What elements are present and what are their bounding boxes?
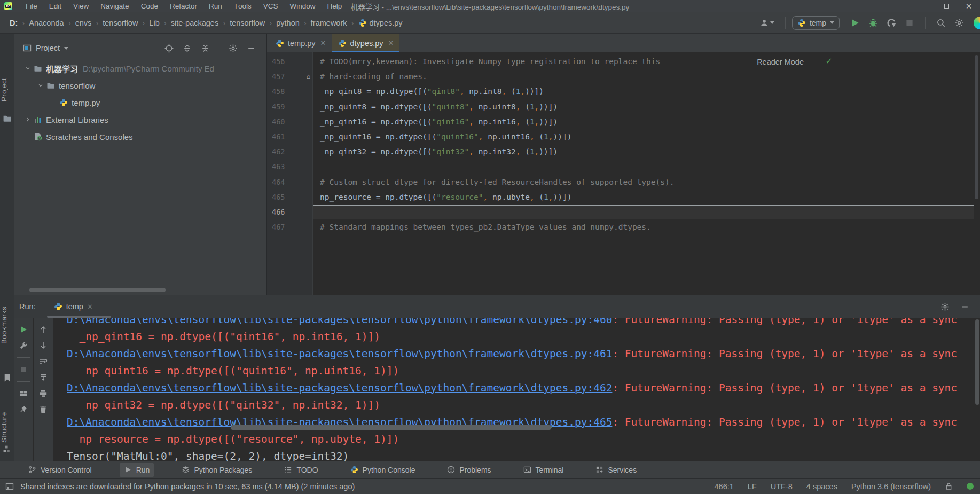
pin-icon[interactable] [19, 405, 28, 414]
tree-item-temp-py[interactable]: temp.py [14, 94, 266, 111]
console-vertical-scrollbar[interactable] [975, 319, 979, 405]
gutter-line-number[interactable]: 465 [267, 190, 313, 205]
gutter-line-number[interactable]: 458 [267, 84, 313, 99]
breadcrumb-item-tensorflow[interactable]: tensorflow [230, 19, 265, 27]
console-file-link[interactable]: D:\Anaconda\envs\tensorflow\lib\site-pac… [67, 382, 612, 394]
breadcrumb-item-site-packages[interactable]: site-packages [171, 19, 218, 27]
structure-icon[interactable] [3, 444, 12, 453]
hide-icon[interactable] [960, 302, 969, 311]
console-horizontal-scrollbar[interactable] [231, 425, 551, 430]
gutter-line-number[interactable]: 461 [267, 129, 313, 144]
run-configuration-select[interactable]: temp [792, 16, 840, 30]
layout-icon[interactable] [19, 389, 28, 398]
rerun-icon[interactable] [19, 325, 28, 334]
status-file-encoding[interactable]: UTF-8 [771, 482, 793, 491]
project-panel-title[interactable]: Project [36, 44, 60, 52]
editor-tab-temp-py[interactable]: temp.py✕ [270, 34, 332, 52]
menu-view[interactable]: View [67, 0, 95, 12]
editor-content[interactable]: 456# TODO(mrry,keveman): Investigate Num… [267, 54, 974, 234]
toolwindow-button-todo[interactable]: TODO [280, 463, 322, 477]
gutter-line-number[interactable]: 467 [267, 219, 313, 234]
gutter-line-number[interactable]: 460 [267, 114, 313, 129]
run-tab-temp[interactable]: temp ✕ [49, 295, 98, 318]
profile-badge-icon[interactable] [974, 17, 980, 29]
toolwindow-button-python-packages[interactable]: Python Packages [177, 463, 256, 477]
settings-icon[interactable] [19, 341, 28, 350]
toolwindow-button-python-console[interactable]: Python Console [346, 463, 420, 477]
menu-refactor[interactable]: Refactor [164, 0, 203, 12]
tree-chevron-right-icon[interactable] [22, 116, 34, 123]
project-tool-icon[interactable] [3, 114, 12, 123]
gutter-line-number[interactable]: 466 [267, 205, 313, 219]
toolwindow-button-services[interactable]: Services [591, 463, 641, 477]
inspection-ok-icon[interactable]: ✓ [826, 56, 833, 66]
menu-file[interactable]: File [20, 0, 43, 12]
run-button[interactable] [850, 18, 860, 28]
search-everywhere-button[interactable] [936, 18, 946, 28]
editor-tab-dtypes-py[interactable]: dtypes.py✕ [332, 34, 400, 52]
tree-chevron-down-icon[interactable] [22, 65, 34, 72]
settings-button[interactable] [954, 18, 964, 28]
gutter-line-number[interactable]: 457⌂ [267, 69, 313, 84]
breadcrumb-item-dtypes-py[interactable]: dtypes.py [358, 19, 403, 27]
menu-code[interactable]: Code [135, 0, 164, 12]
gutter-line-number[interactable]: 463 [267, 159, 313, 174]
collapse-all-icon[interactable] [201, 44, 210, 53]
console-file-link[interactable]: D:\Anaconda\envs\tensorflow\lib\site-pac… [67, 348, 612, 360]
tree-item-tensorflow[interactable]: tensorflow [14, 77, 266, 94]
gutter-line-number[interactable]: 462 [267, 144, 313, 159]
tree-item-external-libraries[interactable]: External Libraries [14, 111, 266, 128]
close-button[interactable]: ✕ [958, 0, 980, 12]
scroll-end-icon[interactable] [39, 373, 48, 382]
soft-wrap-icon[interactable] [39, 357, 48, 366]
project-horizontal-scrollbar[interactable] [29, 288, 166, 292]
chevron-down-icon[interactable] [64, 47, 68, 50]
fold-marker-icon[interactable]: ⌂ [307, 73, 310, 80]
expand-all-icon[interactable] [183, 44, 192, 53]
up-icon[interactable] [39, 325, 48, 334]
stop-icon[interactable] [19, 365, 28, 374]
status-python-interpreter[interactable]: Python 3.6 (tensorflow) [851, 482, 931, 491]
toolwindow-button-terminal[interactable]: Terminal [519, 463, 568, 477]
locate-icon[interactable] [164, 44, 174, 53]
reader-mode-label[interactable]: Reader Mode [757, 58, 804, 66]
console-file-link[interactable]: D:\Anaconda\envs\tensorflow\lib\site-pac… [67, 318, 612, 326]
clear-icon[interactable] [39, 405, 48, 414]
close-icon[interactable]: ✕ [320, 39, 326, 47]
status-indent-style[interactable]: 4 spaces [806, 482, 837, 491]
stripe-item-bookmarks[interactable]: Bookmarks [0, 291, 14, 360]
status-indicator-icon[interactable] [967, 483, 974, 490]
minimize-button[interactable] [913, 0, 935, 12]
breadcrumb-item-lib[interactable]: Lib [149, 19, 159, 27]
menu-run[interactable]: Run [203, 0, 228, 12]
breadcrumb-item-anaconda[interactable]: Anaconda [29, 19, 64, 27]
hide-icon[interactable] [247, 44, 256, 53]
debug-button[interactable] [868, 18, 878, 28]
menu-navigate[interactable]: Navigate [95, 0, 135, 12]
coverage-button[interactable] [887, 18, 896, 28]
tool-windows-icon[interactable] [5, 482, 14, 491]
toolwindow-button-problems[interactable]: Problems [443, 463, 495, 477]
down-icon[interactable] [39, 341, 48, 350]
tree-item-机器学习[interactable]: 机器学习D:\pycharm\PyCharm Community Ed [14, 60, 266, 77]
print-icon[interactable] [39, 389, 48, 398]
gutter-line-number[interactable]: 464 [267, 175, 313, 190]
run-console[interactable]: D:\Anaconda\envs\tensorflow\lib\site-pac… [53, 318, 980, 461]
tree-item-scratches-and-consoles[interactable]: Scratches and Consoles [14, 128, 266, 145]
gutter-line-number[interactable]: 459 [267, 99, 313, 114]
status-caret-position[interactable]: 466:1 [715, 482, 734, 491]
toolwindow-button-version-control[interactable]: Version Control [24, 463, 96, 477]
settings-icon[interactable] [940, 302, 950, 311]
settings-icon[interactable] [229, 44, 238, 53]
unlock-icon[interactable] [945, 482, 953, 490]
status-line-separator[interactable]: LF [748, 482, 757, 491]
breadcrumb-item-framework[interactable]: framework [311, 19, 347, 27]
close-icon[interactable]: ✕ [87, 303, 93, 311]
close-icon[interactable]: ✕ [388, 39, 394, 47]
bookmark-icon[interactable] [3, 373, 12, 382]
gutter-line-number[interactable]: 456 [267, 54, 313, 69]
tree-chevron-down-icon[interactable] [35, 82, 46, 89]
toolwindow-button-run[interactable]: Run [120, 463, 154, 477]
menu-window[interactable]: Window [284, 0, 322, 12]
breadcrumb-item-d-[interactable]: D: [10, 19, 18, 27]
